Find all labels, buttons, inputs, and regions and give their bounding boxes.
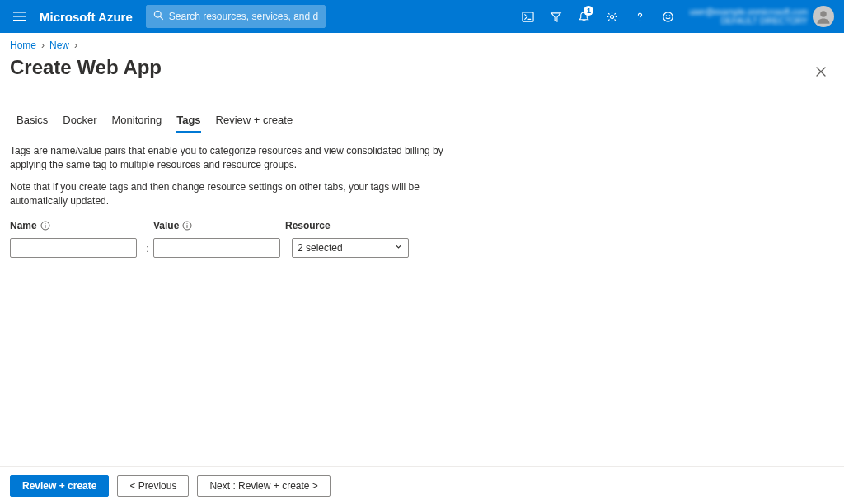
help-icon[interactable] (626, 3, 653, 30)
tab-description: Tags are name/value pairs that enable yo… (10, 133, 471, 208)
tag-resource-selected-label: 2 selected (298, 242, 343, 254)
previous-button[interactable]: < Previous (117, 475, 189, 497)
svg-point-6 (666, 15, 668, 16)
svg-rect-0 (13, 12, 26, 13)
directory-filter-icon[interactable] (542, 3, 569, 30)
breadcrumb-new[interactable]: New (49, 40, 69, 51)
notifications-icon[interactable]: 1 (570, 3, 597, 30)
tag-header-value: Value (153, 220, 285, 231)
breadcrumb-home[interactable]: Home (10, 40, 36, 51)
svg-point-4 (610, 15, 613, 18)
chevron-right-icon: › (41, 40, 45, 51)
settings-icon[interactable] (598, 3, 625, 30)
menu-icon[interactable] (7, 3, 33, 30)
tab-bar: Basics Docker Monitoring Tags Review + c… (10, 110, 834, 133)
svg-rect-1 (13, 16, 26, 17)
avatar (813, 6, 834, 27)
page-content: Home › New › Create Web App Basics Docke… (0, 33, 844, 258)
tab-review-create[interactable]: Review + create (216, 110, 293, 133)
tag-header-resource: Resource (285, 220, 409, 231)
svg-point-5 (663, 12, 673, 21)
svg-point-8 (820, 11, 827, 17)
page-title: Create Web App (10, 54, 808, 89)
global-header: Microsoft Azure 1 user@ (0, 0, 844, 33)
info-icon[interactable] (40, 221, 50, 231)
chevron-right-icon: › (74, 40, 77, 51)
svg-point-7 (669, 15, 671, 16)
breadcrumb: Home › New › (10, 38, 834, 54)
search-input[interactable] (164, 11, 318, 22)
tag-value-input[interactable] (153, 238, 280, 258)
svg-rect-3 (523, 12, 533, 21)
feedback-icon[interactable] (654, 3, 681, 30)
tag-colon: : (142, 242, 153, 254)
close-icon[interactable] (808, 58, 834, 85)
tag-row: : 2 selected (10, 238, 834, 258)
svg-rect-2 (13, 20, 26, 21)
tab-basics[interactable]: Basics (16, 110, 48, 133)
notification-badge: 1 (584, 6, 593, 16)
header-icon-group: 1 (514, 3, 681, 30)
cloud-shell-icon[interactable] (514, 3, 541, 30)
tag-headers: Name Value Resource (10, 220, 834, 231)
description-line-1: Tags are name/value pairs that enable yo… (10, 144, 471, 172)
wizard-footer: Review + create < Previous Next : Review… (0, 466, 844, 504)
review-create-button[interactable]: Review + create (10, 475, 109, 497)
tab-monitoring[interactable]: Monitoring (111, 110, 162, 133)
account-menu[interactable]: user@example.onmicrosoft.com DEFAULT DIR… (689, 6, 837, 27)
tag-name-input[interactable] (10, 238, 137, 258)
search-icon (153, 10, 164, 23)
tab-docker[interactable]: Docker (63, 110, 96, 133)
info-icon[interactable] (182, 221, 192, 231)
brand-label[interactable]: Microsoft Azure (40, 10, 133, 24)
tag-resource-select[interactable]: 2 selected (292, 238, 409, 258)
tab-tags[interactable]: Tags (176, 110, 200, 133)
description-line-2: Note that if you create tags and then ch… (10, 180, 471, 208)
tag-header-name: Name (10, 220, 142, 231)
next-button[interactable]: Next : Review + create > (197, 475, 330, 497)
account-label: user@example.onmicrosoft.com DEFAULT DIR… (689, 7, 808, 26)
chevron-down-icon (394, 242, 403, 254)
search-container (146, 5, 326, 28)
search-box[interactable] (146, 5, 326, 28)
